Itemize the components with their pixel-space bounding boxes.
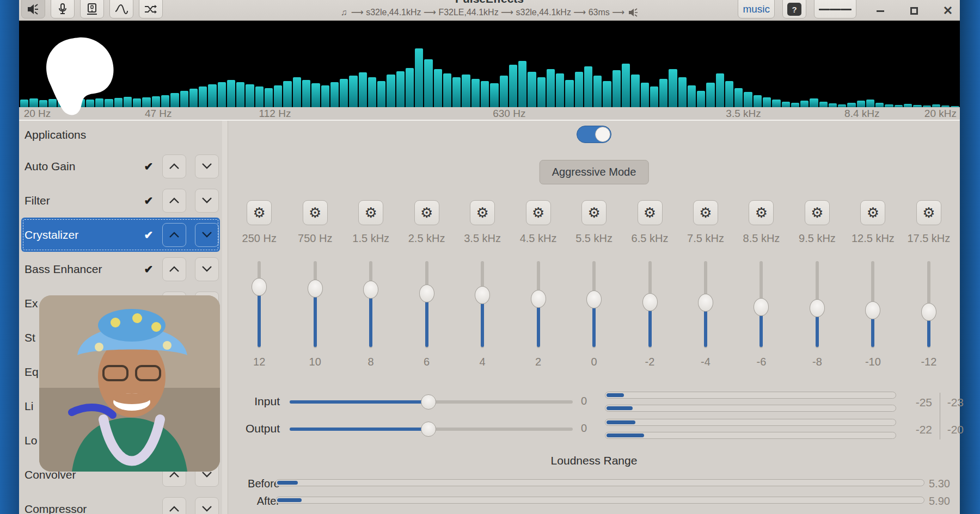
band-intensity-slider[interactable]	[864, 261, 881, 348]
chevron-up-icon	[169, 266, 179, 272]
plugin-enable-toggle[interactable]	[577, 126, 611, 143]
input-level-left-value: -25	[902, 396, 932, 409]
spectrum-bar	[170, 93, 179, 107]
spectrum-bar	[20, 100, 28, 107]
maximize-button[interactable]	[906, 3, 922, 18]
band-settings-button[interactable]: ⚙	[526, 200, 551, 225]
band-settings-button[interactable]: ⚙	[303, 200, 328, 225]
pipeline-tab-button[interactable]	[139, 0, 163, 18]
move-up-button[interactable]	[162, 189, 186, 213]
slider-handle[interactable]	[475, 286, 490, 304]
presets-button[interactable]: music	[738, 0, 775, 18]
move-up-button[interactable]	[162, 223, 186, 247]
spectrum-bar	[424, 59, 432, 107]
axis-label: 8.4 kHz	[844, 108, 879, 120]
sidebar-scrollbar[interactable]	[222, 121, 228, 514]
maximize-icon	[910, 7, 918, 15]
band-settings-button[interactable]: ⚙	[414, 200, 439, 225]
spectrum-bar	[556, 73, 564, 107]
input-gain-slider[interactable]	[290, 393, 573, 411]
minimize-button[interactable]	[873, 3, 888, 18]
sidebar-item[interactable]: Crystalizer ✔	[21, 218, 220, 252]
band-settings-button[interactable]: ⚙	[805, 200, 830, 225]
move-up-button[interactable]	[162, 497, 186, 514]
spectrum-bar	[340, 79, 348, 107]
spectrum-bar	[659, 79, 667, 107]
move-down-button[interactable]	[195, 257, 219, 281]
move-down-button[interactable]	[195, 497, 219, 514]
slider-handle[interactable]	[586, 290, 602, 308]
slider-handle[interactable]	[754, 298, 769, 316]
slider-handle[interactable]	[363, 281, 378, 299]
band-intensity-slider[interactable]	[641, 261, 659, 348]
desktop-border-left	[0, 0, 19, 514]
sidebar-item[interactable]: Auto Gain ✔	[19, 149, 222, 183]
band-intensity-slider[interactable]	[752, 261, 770, 348]
band-settings-button[interactable]: ⚙	[581, 200, 607, 225]
spectrum-bar	[612, 70, 621, 107]
sidebar-item[interactable]: Compressor ✔	[19, 492, 222, 514]
band-intensity-slider[interactable]	[307, 261, 324, 348]
spectrum-bar	[847, 103, 855, 107]
band-intensity-slider[interactable]	[418, 261, 436, 348]
move-down-button[interactable]	[195, 154, 219, 178]
aggressive-mode-button[interactable]: Aggressive Mode	[540, 160, 649, 184]
band-frequency-label: 5.5 kHz	[575, 232, 612, 245]
output-tab-button[interactable]	[21, 0, 45, 18]
band-settings-button[interactable]: ⚙	[247, 200, 272, 225]
close-button[interactable]: ✕	[940, 3, 955, 18]
menu-button[interactable]	[814, 0, 856, 18]
slider-handle[interactable]	[698, 294, 713, 312]
band-settings-button[interactable]: ⚙	[693, 200, 718, 225]
loudness-after-meter	[275, 497, 924, 504]
move-down-button[interactable]	[195, 223, 219, 247]
chevron-down-icon	[202, 163, 212, 169]
band-intensity-slider[interactable]	[250, 261, 268, 348]
move-up-button[interactable]	[162, 154, 186, 178]
sidebar-item[interactable]: Applications	[19, 121, 222, 149]
gear-icon: ⚙	[420, 206, 433, 220]
spectrum-bar	[265, 88, 273, 107]
slider-handle[interactable]	[419, 284, 434, 302]
band-intensity-slider[interactable]	[697, 261, 714, 348]
slider-handle[interactable]	[531, 290, 546, 308]
band-intensity-slider[interactable]	[474, 261, 491, 348]
slider-handle[interactable]	[421, 394, 436, 410]
slider-handle[interactable]	[642, 293, 658, 311]
band-settings-button[interactable]: ⚙	[916, 200, 941, 225]
slider-handle[interactable]	[865, 301, 880, 319]
spectrum-bar	[255, 86, 264, 107]
spectrum-bar	[509, 65, 517, 107]
help-button[interactable]: ?	[782, 0, 806, 18]
slider-handle[interactable]	[421, 422, 436, 437]
band-settings-button[interactable]: ⚙	[638, 200, 663, 225]
band-intensity-slider[interactable]	[362, 261, 379, 348]
slider-handle[interactable]	[252, 278, 267, 296]
band-settings-button[interactable]: ⚙	[860, 200, 885, 225]
toolbar-left	[21, 0, 163, 18]
spectrum-bar	[434, 69, 442, 107]
sidebar-item[interactable]: Bass Enhancer ✔	[19, 252, 222, 286]
input-tab-button[interactable]	[51, 0, 75, 18]
spectrum-bar	[593, 76, 602, 107]
spectrum-bar	[349, 76, 357, 107]
chevron-up-icon	[169, 506, 179, 512]
test-signal-tab-button[interactable]	[80, 0, 104, 18]
sidebar-item[interactable]: Filter ✔	[19, 183, 222, 218]
band-intensity-slider[interactable]	[920, 261, 938, 348]
move-down-button[interactable]	[195, 189, 219, 213]
band-settings-button[interactable]: ⚙	[358, 200, 383, 225]
band-settings-button[interactable]: ⚙	[470, 200, 495, 225]
slider-handle[interactable]	[308, 280, 323, 298]
gear-icon: ⚙	[365, 206, 377, 220]
spectrum-bar	[631, 75, 639, 107]
move-up-button[interactable]	[162, 257, 186, 281]
slider-handle[interactable]	[810, 299, 825, 317]
band-settings-button[interactable]: ⚙	[749, 200, 774, 225]
band-intensity-slider[interactable]	[585, 261, 603, 348]
spectrum-tab-button[interactable]	[109, 0, 133, 18]
output-gain-slider[interactable]	[290, 420, 573, 438]
band-intensity-slider[interactable]	[530, 261, 547, 348]
band-intensity-slider[interactable]	[808, 261, 826, 348]
slider-handle[interactable]	[921, 303, 936, 321]
